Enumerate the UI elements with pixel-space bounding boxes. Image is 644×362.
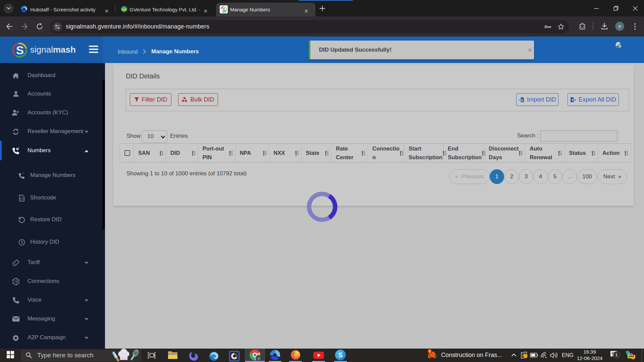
svg-text:S: S	[16, 44, 24, 57]
svg-text:S: S	[222, 7, 225, 12]
